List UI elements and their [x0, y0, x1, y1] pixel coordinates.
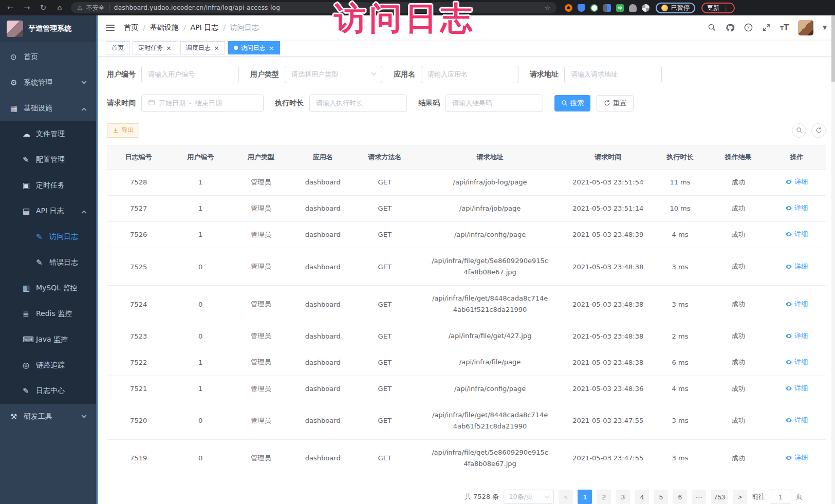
user-type-select[interactable]: 请选择用户类型: [285, 66, 382, 83]
page-button[interactable]: 753: [711, 490, 728, 504]
cell-action: 详细: [768, 286, 826, 323]
prev-page-button[interactable]: <: [559, 490, 573, 504]
detail-link[interactable]: 详细: [785, 203, 808, 213]
filter-label: 应用名: [394, 70, 415, 79]
grid-extension-icon[interactable]: [603, 4, 611, 12]
green-extension-icon[interactable]: [590, 4, 598, 12]
cell-url: /api/infra/config/page: [415, 221, 565, 248]
export-button[interactable]: 导出: [107, 123, 139, 138]
cell-action: 详细: [768, 439, 826, 477]
duration-input[interactable]: 请输入执行时长: [309, 95, 407, 112]
detail-link[interactable]: 详细: [785, 331, 808, 341]
page-button[interactable]: 4: [635, 490, 649, 504]
detail-link[interactable]: 详细: [785, 300, 808, 309]
help-icon[interactable]: ?: [744, 23, 753, 32]
page-button[interactable]: 3: [616, 490, 630, 504]
sidebar-item[interactable]: ▥ MySQL 监控: [0, 275, 96, 301]
breadcrumb-api-log[interactable]: API 日志: [190, 23, 218, 32]
sidebar-item[interactable]: ☁ 文件管理: [0, 121, 96, 147]
avatar[interactable]: [798, 20, 813, 35]
logo-row[interactable]: 芋道管理系统: [0, 15, 96, 42]
chevron-down-icon[interactable]: ▼: [823, 25, 827, 30]
cell-user_type: 管理员: [231, 376, 291, 402]
app-frame: 芋道管理系统 ⊙ 首页 ⚙ 系统管理 ▦ 基础设施 ☁ 文件管理 ✎ 配置管理 …: [0, 15, 835, 504]
profile-extension-icon[interactable]: [629, 4, 637, 12]
sidebar-item[interactable]: ⊙ 首页: [0, 44, 96, 70]
page-size-select[interactable]: 10条/页: [504, 490, 554, 504]
paused-pill[interactable]: 已暂停: [656, 3, 695, 13]
detail-link[interactable]: 详细: [785, 262, 808, 271]
forward-icon[interactable]: →: [22, 3, 32, 12]
sidebar-item[interactable]: ▦ 基础设施: [0, 96, 96, 121]
request-url-input[interactable]: 请输入请求地址: [564, 66, 662, 83]
sidebar-item[interactable]: ▤ API 日志: [0, 198, 96, 224]
page-scrollbar[interactable]: [831, 15, 835, 504]
github-icon[interactable]: [726, 23, 735, 32]
detail-link[interactable]: 详细: [785, 358, 808, 367]
app-name-input[interactable]: 请输入应用名: [421, 66, 518, 83]
goto-page-input[interactable]: [770, 490, 791, 504]
font-size-icon[interactable]: TT: [780, 23, 789, 32]
breadcrumb-home[interactable]: 首页: [124, 23, 138, 32]
orange-extension-icon[interactable]: [565, 4, 572, 12]
reload-icon[interactable]: ↻: [38, 3, 48, 12]
cell-id: 7525: [107, 248, 170, 285]
cell-app: dashboard: [291, 376, 355, 402]
detail-link[interactable]: 详细: [785, 453, 808, 462]
refresh-button[interactable]: [811, 123, 826, 138]
search-icon[interactable]: [708, 23, 716, 32]
close-icon[interactable]: ×: [269, 45, 274, 51]
translate-extension-icon[interactable]: 译: [616, 4, 624, 12]
trace-eye-icon: ◎: [23, 361, 36, 370]
page-button[interactable]: 6: [673, 490, 687, 504]
sidebar-item[interactable]: ⚙ 系统管理: [0, 70, 96, 96]
cell-result: 成功: [709, 349, 767, 376]
sidebar-item[interactable]: ✎ 配置管理: [0, 147, 96, 173]
address-bar[interactable]: ⚠ 不安全 | dashboard.yudao.iocoder.cn/infra…: [71, 2, 556, 13]
table-tools: [792, 123, 826, 138]
next-page-button[interactable]: >: [733, 490, 747, 504]
page-button[interactable]: 2: [597, 490, 611, 504]
sidebar-item[interactable]: ⚒ 研发工具: [0, 404, 96, 430]
sidebar-item[interactable]: ✎ 日志中心: [0, 378, 96, 404]
close-icon[interactable]: ×: [166, 45, 172, 51]
hamburger-icon[interactable]: [106, 25, 115, 31]
more-pages-button[interactable]: ···: [692, 490, 706, 504]
tag-view-tab[interactable]: 定时任务 ×: [133, 41, 177, 54]
tag-view-tab[interactable]: 访问日志 ×: [228, 41, 280, 54]
detail-link[interactable]: 详细: [785, 230, 808, 239]
cell-duration: 4 ms: [651, 221, 709, 248]
home-icon[interactable]: ⌂: [54, 3, 65, 12]
breadcrumb-infra[interactable]: 基础设施: [150, 23, 179, 32]
back-icon[interactable]: ←: [5, 3, 15, 12]
update-pill[interactable]: 更新 ⋮: [701, 3, 735, 13]
sidebar-item[interactable]: ⌨ Java 监控: [0, 327, 96, 352]
bookmark-star-icon[interactable]: ☆: [544, 4, 550, 12]
shield-extension-icon[interactable]: [578, 4, 585, 12]
toggle-search-button[interactable]: [792, 123, 806, 138]
sidebar-item[interactable]: ✎ 访问日志: [0, 224, 96, 250]
search-button[interactable]: 搜索: [554, 95, 590, 111]
sidebar-item[interactable]: ≣ Redis 监控: [0, 301, 96, 327]
cell-user_type: 管理员: [231, 286, 291, 323]
user-id-input[interactable]: 请输入用户编号: [141, 66, 239, 83]
close-icon[interactable]: ×: [214, 45, 219, 51]
detail-link[interactable]: 详细: [785, 384, 808, 393]
fullscreen-icon[interactable]: [762, 23, 771, 32]
scrollbar-thumb[interactable]: [831, 15, 835, 82]
reset-button[interactable]: 重置: [597, 95, 634, 111]
kebab-menu-icon[interactable]: ⋮: [722, 4, 729, 12]
tag-view-tab[interactable]: 调度日志 ×: [180, 41, 225, 54]
sidebar-item[interactable]: ▣ 定时任务: [0, 173, 96, 198]
page-button[interactable]: 1: [578, 490, 592, 504]
result-code-input[interactable]: 请输入结果码: [446, 95, 543, 112]
date-range-picker[interactable]: 开始日期 - 结束日期: [141, 95, 264, 112]
detail-link[interactable]: 详细: [785, 416, 808, 425]
tag-view-tab[interactable]: 首页 ×: [106, 41, 129, 54]
pinwheel-extension-icon[interactable]: [642, 4, 650, 12]
cell-id: 7522: [107, 349, 170, 376]
detail-link[interactable]: 详细: [785, 177, 808, 186]
sidebar-item[interactable]: ✎ 错误日志: [0, 250, 96, 275]
sidebar-item[interactable]: ◎ 链路追踪: [0, 352, 96, 378]
page-button[interactable]: 5: [654, 490, 668, 504]
